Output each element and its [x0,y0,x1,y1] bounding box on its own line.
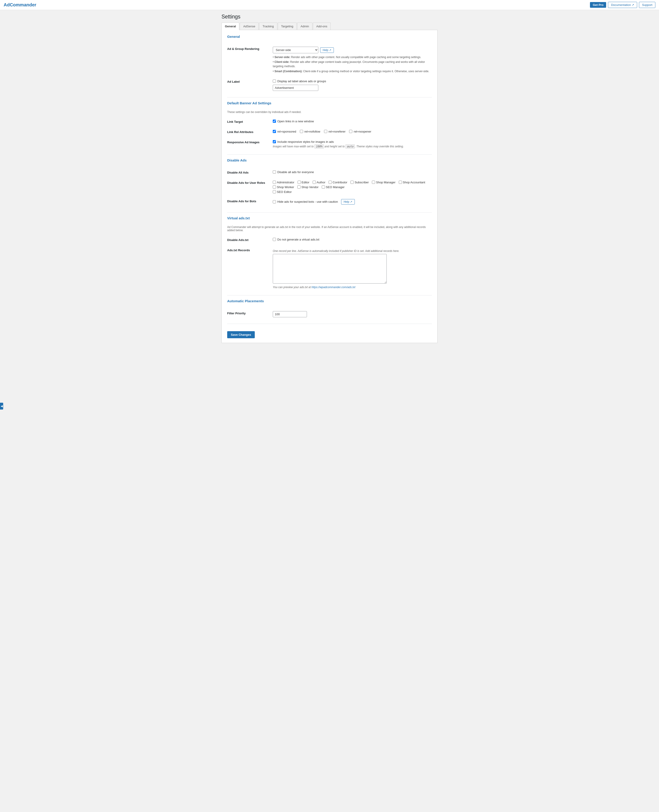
tab-general[interactable]: General [221,22,239,30]
disable-all-checkbox[interactable] [273,170,276,173]
role-author-checkbox[interactable] [313,181,316,184]
rel-noopener-item: rel=noopener [349,130,371,133]
disable-all-label[interactable]: Disable all ads for everyone [277,170,314,174]
get-pro-button[interactable]: Get Pro [590,2,606,8]
role-author-label[interactable]: Author [317,181,325,184]
role-subscriber-checkbox[interactable] [350,181,354,184]
disable-bots-checkbox[interactable] [273,200,276,203]
section-automatic-placements-title: Automatic Placements [227,299,432,305]
row-ads-txt-records: Ads.txt Records One record per line. AdS… [227,245,432,291]
rel-noreferer-label[interactable]: rel=noreferer [329,130,346,133]
tab-targeting[interactable]: Targeting [278,22,297,30]
role-shop-accountant-checkbox[interactable] [399,181,402,184]
note-client-side: Client-side: Render ads after other page… [273,60,432,69]
tab-adsense[interactable]: AdSense [240,22,259,30]
logo-commander: Commander [10,2,36,7]
row-ad-label: Ad Label Display ad label above ads or g… [227,77,432,94]
label-disable-ads-txt: Disable Ads.txt [227,238,273,242]
role-editor-checkbox[interactable] [298,181,301,184]
row-link-target: Link Target Open links in a new window [227,117,432,127]
link-target-checkbox-row: Open links in a new window [273,120,432,123]
role-shop-manager-label[interactable]: Shop Manager [376,181,395,184]
ad-label-checkbox[interactable] [273,79,276,83]
role-seo-editor: SEO Editor [273,190,432,194]
disable-ads-txt-checkbox[interactable] [273,238,276,241]
disable-all-checkbox-row: Disable all ads for everyone [273,170,432,174]
row-responsive: Responsive Ad Images Include responsive … [227,137,432,151]
row-disable-user-roles: Disable Ads for User Roles Administrator… [227,178,432,196]
role-subscriber-label[interactable]: Subscriber [355,181,369,184]
control-ads-txt-records: One record per line. AdSense is automati… [273,248,432,289]
link-target-label[interactable]: Open links in a new window [277,120,314,123]
rel-noopener-label[interactable]: rel=noopener [354,130,371,133]
rendering-help-button[interactable]: Help ↗ [320,47,334,53]
ads-txt-preview-link[interactable]: https://wpadcommander.com/ads.txt [312,286,355,289]
rel-noreferer-checkbox[interactable] [324,130,327,133]
rel-noopener-checkbox[interactable] [349,130,352,133]
settings-panel: General Ad & Group Rendering Server-side… [221,30,438,343]
role-shop-vendor-checkbox[interactable] [297,186,301,189]
role-seo-manager-checkbox[interactable] [322,186,325,189]
role-administrator-label[interactable]: Administrator [277,181,295,184]
tab-admin[interactable]: Admin [297,22,312,30]
support-button[interactable]: Support [639,2,655,8]
rendering-notes: Server-side: Render ads with other page … [273,55,432,74]
role-shop-vendor-label[interactable]: Shop Vendor [301,186,318,189]
role-editor-label[interactable]: Editor [302,181,309,184]
row-link-rel: Link Rel Attributes rel=sponsored rel=no… [227,127,432,137]
control-disable-user-roles: Administrator Editor Author Contrib [273,181,432,194]
role-seo-editor-label[interactable]: SEO Editor [277,190,292,194]
responsive-label[interactable]: Include responsive styles for images in … [277,140,334,143]
role-shop-manager-checkbox[interactable] [372,181,375,184]
role-shop-manager: Shop Manager [372,181,395,184]
rel-sponsored-label[interactable]: rel=sponsored [277,130,296,133]
disable-ads-txt-label[interactable]: Do not generate a virtual ads.txt [277,238,319,241]
responsive-note: Images will have max-width set to 100% a… [273,145,432,148]
section-automatic-placements: Automatic Placements Filter Priority [227,299,432,320]
save-changes-button[interactable]: Save Changes [227,331,255,338]
tab-addons[interactable]: Add-ons [313,22,331,30]
role-seo-editor-checkbox[interactable] [273,190,276,194]
role-author: Author [313,181,325,184]
tab-tracking[interactable]: Tracking [259,22,277,30]
section-default-banner-title: Default Banner Ad Settings [227,101,432,107]
role-contributor-checkbox[interactable] [329,181,332,184]
ad-label-input[interactable] [273,85,318,91]
rel-sponsored-checkbox[interactable] [273,130,276,133]
row-filter-priority: Filter Priority [227,308,432,320]
responsive-checkbox[interactable] [273,140,276,143]
rel-noreferer-item: rel=noreferer [324,130,346,133]
role-shop-worker-label[interactable]: Shop Worker [277,186,294,189]
documentation-button[interactable]: Documentation ↗ [608,2,637,8]
role-seo-manager-label[interactable]: SEO Manager [326,186,345,189]
disable-bots-help-button[interactable]: Help ↗ [341,199,355,205]
disable-bots-label[interactable]: Hide ads for suspected bots - use with c… [277,200,338,203]
role-administrator-checkbox[interactable] [273,181,276,184]
role-contributor-label[interactable]: Contributor [333,181,347,184]
role-shop-accountant-label[interactable]: Shop Accountant [403,181,425,184]
ad-label-checkbox-label[interactable]: Display ad label above ads or groups [277,79,326,83]
rel-nofollow-label[interactable]: rel=nofollow [304,130,320,133]
label-ad-label: Ad Label [227,79,273,83]
control-responsive: Include responsive styles for images in … [273,140,432,148]
rendering-select[interactable]: Server-side Client-side Smart (Combinati… [273,47,318,53]
role-editor: Editor [298,181,309,184]
filter-priority-input[interactable] [273,311,307,317]
disable-bots-checkbox-row: Hide ads for suspected bots - use with c… [273,199,432,205]
top-bar: AdCommander Get Pro Documentation ↗ Supp… [0,0,659,10]
row-disable-ads-txt: Disable Ads.txt Do not generate a virtua… [227,235,432,245]
section-default-banner-desc: These settings can be overridden by indi… [227,110,432,114]
row-disable-all: Disable All Ads Disable all ads for ever… [227,168,432,178]
ads-txt-textarea[interactable] [273,254,387,283]
logo-ad: Ad [4,2,10,7]
responsive-checkbox-row: Include responsive styles for images in … [273,140,432,143]
control-filter-priority [273,311,432,317]
role-shop-vendor: Shop Vendor [297,186,318,189]
rel-nofollow-checkbox[interactable] [300,130,303,133]
role-shop-worker-checkbox[interactable] [273,186,276,189]
role-seo-manager: SEO Manager [322,186,345,189]
rel-sponsored-item: rel=sponsored [273,130,296,133]
note-server-side: Server-side: Render ads with other page … [273,55,432,60]
ad-label-checkbox-row: Display ad label above ads or groups [273,79,432,83]
link-target-checkbox[interactable] [273,120,276,123]
